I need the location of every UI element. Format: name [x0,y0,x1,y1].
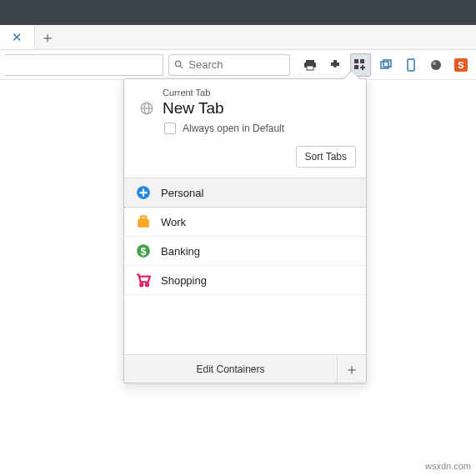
container-item-personal[interactable]: Personal [124,178,366,208]
svg-rect-10 [408,59,414,71]
svg-rect-5 [354,59,358,63]
container-label: Banking [161,245,200,258]
cart-icon [136,273,151,288]
container-label: Personal [161,187,203,199]
svg-rect-9 [383,60,391,67]
containers-panel: Current Tab New Tab Always open in Defau… [123,78,367,383]
search-icon [174,59,183,70]
svg-rect-6 [360,59,364,63]
svg-rect-8 [381,62,388,68]
container-item-work[interactable]: Work [124,208,366,237]
tab-title: New Tab [163,99,354,118]
panel-footer: Edit Containers ＋ [124,354,366,383]
dollar-circle-icon: $ [136,243,151,258]
container-list: Personal Work $ Banking Shopping [124,178,366,354]
container-label: Work [161,216,186,228]
search-box[interactable] [168,54,290,76]
briefcase-icon [136,214,151,229]
always-open-checkbox[interactable] [164,123,176,134]
svg-point-12 [433,62,436,65]
current-tab-label: Current Tab [163,88,354,98]
container-label: Shopping [161,274,207,287]
tablet-button[interactable] [401,53,421,77]
always-open-row[interactable]: Always open in Default [163,123,354,134]
plus-circle-icon [136,185,151,200]
svg-point-23 [140,283,143,286]
svg-rect-2 [306,60,314,63]
sort-tabs-button[interactable]: Sort Tabs [296,146,356,168]
svg-rect-20 [141,216,147,218]
search-input[interactable] [188,58,284,71]
globe-button[interactable] [426,53,446,77]
close-icon[interactable]: ✕ [12,30,23,45]
url-input[interactable] [5,54,163,76]
svg-point-11 [431,60,441,70]
windows-icon [379,58,393,72]
device-icon [404,58,418,72]
browser-tab[interactable]: ✕ [0,25,35,49]
svg-text:S: S [458,60,463,70]
svg-text:$: $ [141,246,147,258]
container-item-shopping[interactable]: Shopping [124,266,366,295]
print-button[interactable] [300,53,320,77]
svg-rect-7 [354,65,358,69]
tab-strip: ✕ ＋ [0,25,476,50]
grid-plus-icon [353,58,367,72]
svg-point-0 [175,61,180,66]
s-badge-icon: S [454,58,468,72]
toolbar: S [0,50,476,80]
add-container-button[interactable]: ＋ [338,355,366,383]
badge-button[interactable]: S [451,53,471,77]
always-open-label: Always open in Default [183,123,284,134]
globe-icon [139,101,154,116]
new-tab-button[interactable]: ＋ [35,25,60,49]
svg-rect-19 [138,219,149,228]
edit-containers-button[interactable]: Edit Containers [124,355,338,383]
svg-line-1 [180,66,183,68]
watermark: wsxdn.com [425,461,471,471]
container-item-banking[interactable]: $ Banking [124,237,366,266]
window-button[interactable] [376,53,396,77]
sphere-icon [429,58,443,72]
print-icon [303,58,317,72]
puzzle-icon [328,58,342,72]
svg-point-24 [146,283,148,286]
window-titlebar [0,0,476,25]
svg-rect-4 [307,66,313,70]
extensions-button[interactable] [325,53,345,77]
